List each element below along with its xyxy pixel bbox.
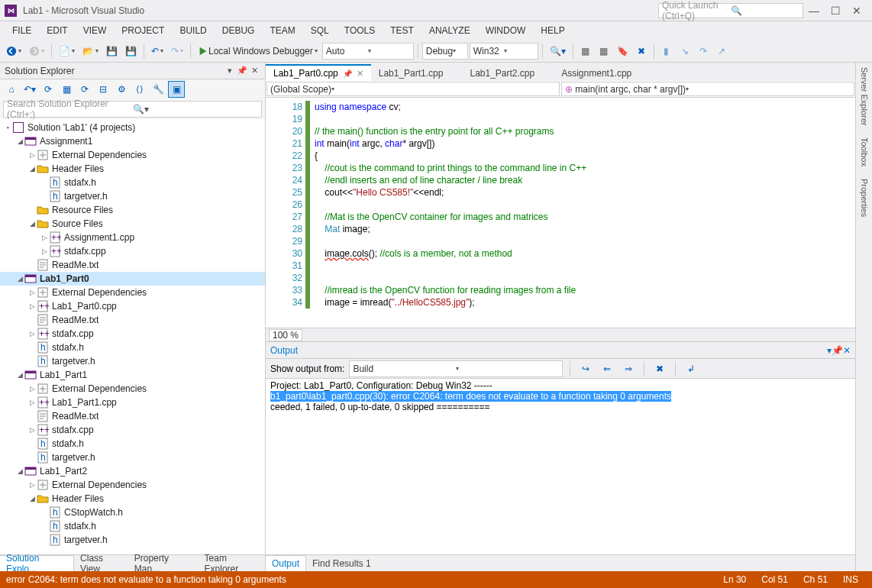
tab-close-icon[interactable]: ✕ bbox=[539, 69, 546, 79]
expand-icon[interactable]: ◢ bbox=[27, 220, 37, 228]
member-combo[interactable]: main(int argc, char * argv[])▾ bbox=[561, 82, 854, 96]
arch-combo[interactable]: Win32▾ bbox=[470, 43, 538, 60]
tree-row[interactable]: ReadMe.txt bbox=[0, 313, 265, 327]
properties-icon[interactable]: ⚙ bbox=[113, 81, 130, 98]
menu-file[interactable]: FILE bbox=[5, 22, 39, 39]
left-tab[interactable]: Solution Explo... bbox=[0, 555, 74, 571]
left-tab[interactable]: Property Man... bbox=[128, 555, 199, 571]
code-line[interactable]: cout<<"Hello CS585!"<<endl; bbox=[315, 186, 855, 199]
expand-icon[interactable]: ▷ bbox=[27, 289, 37, 296]
expand-icon[interactable]: ◢ bbox=[15, 371, 24, 379]
tree-row[interactable]: ReadMe.txt bbox=[0, 258, 265, 272]
tree-row[interactable]: ▷++stdafx.cpp bbox=[0, 327, 265, 341]
undo-button[interactable]: ↶▾ bbox=[148, 43, 166, 60]
sidebar-tab[interactable]: Server Explorer bbox=[860, 67, 869, 125]
menu-test[interactable]: TEST bbox=[383, 22, 421, 39]
tree-row-solution[interactable]: ▪Solution 'Lab1' (4 projects) bbox=[0, 121, 265, 134]
panel-close-icon[interactable]: ✕ bbox=[843, 345, 851, 356]
refresh-icon[interactable]: ⟳ bbox=[76, 81, 93, 98]
quick-launch-input[interactable]: Quick Launch (Ctrl+Q) 🔍 bbox=[658, 3, 803, 18]
code-line[interactable] bbox=[315, 260, 855, 272]
code-area[interactable]: using namespace cv; // the main() functi… bbox=[310, 98, 855, 328]
tree-row[interactable]: ▷++Assignment1.cpp bbox=[0, 231, 265, 244]
output-line[interactable]: b1_part0\lab1_part0.cpp(30): error C2064… bbox=[270, 391, 851, 402]
bottom-tab[interactable]: Find Results 1 bbox=[306, 555, 377, 571]
tree-row[interactable]: htargetver.h bbox=[0, 189, 265, 203]
tree-row[interactable]: ▷External Dependencies bbox=[0, 286, 265, 299]
code-line[interactable]: int main(int argc, char* argv[]) bbox=[315, 137, 855, 150]
nav-fwd-button[interactable]: ▾ bbox=[26, 43, 47, 60]
code-line[interactable]: image = imread("../HelloCS585.jpg"); bbox=[315, 296, 855, 309]
tree-row[interactable]: ▷External Dependencies bbox=[0, 148, 265, 162]
zoom-combo[interactable]: 100 % bbox=[269, 329, 302, 341]
tree-row[interactable]: htargetver.h bbox=[0, 354, 265, 368]
redo-button[interactable]: ↷▾ bbox=[168, 43, 186, 60]
show-all-icon[interactable]: ▦ bbox=[58, 81, 75, 98]
tree-row[interactable]: htargetver.h bbox=[0, 451, 265, 464]
code-line[interactable] bbox=[315, 199, 855, 211]
tab-close-icon[interactable]: ✕ bbox=[447, 69, 454, 79]
clear-button[interactable]: ✖ bbox=[651, 360, 668, 377]
tree-row[interactable]: ◢Header Files bbox=[0, 162, 265, 176]
solution-label[interactable]: Solution 'Lab1' (4 projects) bbox=[27, 122, 135, 133]
code-line[interactable]: Mat image; bbox=[315, 223, 855, 235]
code-line[interactable]: // the main() function is the entry poin… bbox=[315, 125, 855, 137]
code-line[interactable] bbox=[315, 235, 855, 247]
tree-row[interactable]: ◢Lab1_Part0 bbox=[0, 272, 265, 286]
menu-analyze[interactable]: ANALYZE bbox=[421, 22, 478, 39]
wrench-icon[interactable]: 🔧 bbox=[150, 81, 166, 98]
preview-icon[interactable]: ⟨⟩ bbox=[131, 81, 148, 98]
solution-platform-combo[interactable]: Auto▾ bbox=[322, 43, 414, 60]
tree-row[interactable]: ▷External Dependencies bbox=[0, 478, 265, 492]
tree-row[interactable]: ◢Assignment1 bbox=[0, 134, 265, 148]
open-button[interactable]: 📂▾ bbox=[79, 43, 102, 60]
solution-tree[interactable]: ▪Solution 'Lab1' (4 projects)◢Assignment… bbox=[0, 119, 265, 554]
menu-edit[interactable]: EDIT bbox=[39, 22, 75, 39]
output-line[interactable]: Project: Lab1_Part0, Configuration: Debu… bbox=[270, 380, 851, 391]
nav-back-button[interactable]: ▾ bbox=[3, 43, 24, 60]
expand-icon[interactable]: ▷ bbox=[27, 385, 37, 393]
tree-row[interactable]: ▷++stdafx.cpp bbox=[0, 244, 265, 258]
expand-icon[interactable]: ▷ bbox=[27, 302, 37, 310]
sidebar-tab[interactable]: Toolbox bbox=[860, 137, 869, 166]
tree-row[interactable]: htargetver.h bbox=[0, 533, 265, 547]
minimize-button[interactable]: — bbox=[803, 3, 825, 18]
step-into-button[interactable]: ↘ bbox=[677, 43, 693, 60]
menu-sql[interactable]: SQL bbox=[303, 22, 337, 39]
solution-search-input[interactable]: Search Solution Explorer (Ctrl+;) 🔍▾ bbox=[3, 101, 262, 118]
code-line[interactable]: using namespace cv; bbox=[315, 101, 855, 113]
menu-help[interactable]: HELP bbox=[533, 22, 572, 39]
goto-button[interactable]: ↪ bbox=[577, 360, 594, 377]
menu-team[interactable]: TEAM bbox=[262, 22, 302, 39]
expand-icon[interactable]: ◢ bbox=[27, 165, 37, 173]
back-icon[interactable]: ↶▾ bbox=[21, 81, 38, 98]
config-combo[interactable]: Debug▾ bbox=[422, 43, 468, 60]
new-project-button[interactable]: 📄▾ bbox=[56, 43, 78, 60]
code-line[interactable]: //imread is the OpenCV function for read… bbox=[315, 284, 855, 296]
expand-icon[interactable]: ◢ bbox=[15, 137, 24, 145]
tree-row[interactable]: Resource Files bbox=[0, 203, 265, 217]
menu-build[interactable]: BUILD bbox=[172, 22, 214, 39]
tree-row[interactable]: hCStopWatch.h bbox=[0, 506, 265, 519]
pin-icon[interactable]: 📌 bbox=[236, 65, 248, 77]
step-out-button[interactable]: ↗ bbox=[713, 43, 730, 60]
wrap-button[interactable]: ↲ bbox=[683, 360, 699, 377]
tree-row[interactable]: ▷++Lab1_Part0.cpp bbox=[0, 299, 265, 313]
uncomment-button[interactable]: ▦ bbox=[596, 43, 612, 60]
home-icon[interactable]: ⌂ bbox=[3, 81, 20, 98]
save-all-button[interactable]: 💾 bbox=[122, 43, 140, 60]
editor-tab[interactable]: Lab1_Part2.cpp✕ bbox=[462, 64, 554, 81]
menu-tools[interactable]: TOOLS bbox=[337, 22, 383, 39]
editor-tab[interactable]: Lab1_Part0.cpp📌✕ bbox=[266, 64, 371, 81]
panel-menu-icon[interactable]: ▾ bbox=[224, 65, 236, 77]
tree-row[interactable]: ◢Lab1_Part2 bbox=[0, 464, 265, 478]
code-line[interactable] bbox=[315, 272, 855, 284]
expand-icon[interactable]: ▷ bbox=[27, 151, 37, 159]
expand-icon[interactable]: ◢ bbox=[27, 495, 37, 502]
tree-row[interactable]: ◢Lab1_Part1 bbox=[0, 368, 265, 382]
code-line[interactable]: //endl inserts an end of line character … bbox=[315, 174, 855, 186]
tree-row[interactable]: ReadMe.txt bbox=[0, 409, 265, 423]
menu-window[interactable]: WINDOW bbox=[478, 22, 534, 39]
editor-tab[interactable]: Assignment1.cpp✕ bbox=[554, 64, 651, 81]
expand-icon[interactable]: ◢ bbox=[15, 467, 24, 475]
